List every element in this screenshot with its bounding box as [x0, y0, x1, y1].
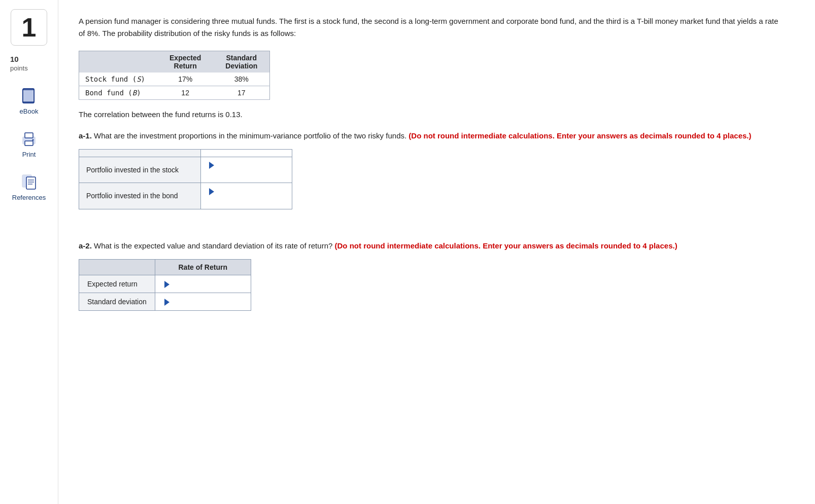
a2-col-header-rate: Rate of Return [155, 259, 251, 275]
ebook-icon [20, 87, 38, 105]
a1-row-stock: Portfolio invested in the stock [79, 157, 292, 183]
a1-answer-table: Portfolio invested in the stock Portfoli… [79, 149, 292, 209]
a1-input-stock[interactable] [208, 169, 279, 179]
a2-answer-table: Rate of Return Expected return Standard … [79, 259, 251, 311]
a2-col-header-label [79, 259, 155, 275]
fund-name-stock: Stock fund (S) [79, 73, 158, 86]
a2-input-cell-stddev [155, 293, 251, 310]
a1-input-cell-stock [201, 157, 292, 183]
references-label: References [12, 194, 46, 201]
a2-input-stddev[interactable] [172, 297, 243, 307]
points-sub: points [10, 64, 28, 72]
a2-instruction: (Do not round intermediate calculations.… [334, 241, 677, 250]
a2-label-expected: Expected return [79, 275, 155, 293]
a1-label: a-1. [79, 131, 92, 140]
svg-point-8 [32, 139, 34, 141]
a2-arrow-stddev [164, 299, 169, 306]
a2-arrow-expected [164, 281, 169, 288]
bond-std-dev: 17 [213, 86, 270, 100]
col-header-expected-return: ExpectedReturn [157, 51, 213, 73]
part-a1-section: a-1. What are the investment proportions… [79, 130, 784, 209]
col-header-std-dev: StandardDeviation [213, 51, 270, 73]
question-number-box: 1 [11, 9, 47, 46]
a2-label-stddev: Standard deviation [79, 293, 155, 310]
a2-input-cell-expected [155, 275, 251, 293]
fund-name-bond: Bond fund (B) [79, 86, 158, 100]
svg-rect-2 [24, 90, 33, 101]
question-intro: A pension fund manager is considering th… [79, 15, 784, 40]
a1-header-empty [79, 150, 201, 157]
fund-data-table: ExpectedReturn StandardDeviation Stock f… [79, 51, 270, 100]
ebook-label: eBook [20, 107, 39, 115]
question-number: 1 [22, 12, 37, 43]
print-button[interactable]: Print [6, 127, 52, 161]
a1-input-cell-bond [201, 183, 292, 209]
a2-input-expected[interactable] [172, 279, 243, 289]
correlation-text: The correlation between the fund returns… [79, 110, 784, 119]
a1-header-row [79, 150, 292, 157]
part-a2-section: a-2. What is the expected value and stan… [79, 240, 784, 311]
a1-text: What are the investment proportions in t… [94, 131, 406, 140]
references-icon [20, 173, 38, 192]
a1-arrow-bond [209, 188, 214, 195]
a1-question: a-1. What are the investment proportions… [79, 130, 784, 142]
a2-row-expected: Expected return [79, 275, 251, 293]
a2-label: a-2. [79, 241, 92, 250]
print-label: Print [22, 151, 36, 158]
bond-expected-return: 12 [157, 86, 213, 100]
a1-label-stock: Portfolio invested in the stock [79, 157, 201, 183]
a1-header-value [201, 150, 292, 157]
table-row-bond: Bond fund (B) 12 17 [79, 86, 270, 100]
a1-row-bond: Portfolio invested in the bond [79, 183, 292, 209]
svg-rect-6 [25, 133, 33, 138]
a1-instruction: (Do not round intermediate calculations.… [409, 131, 751, 140]
main-content: A pension fund manager is considering th… [58, 0, 814, 504]
col-header-fund [79, 51, 158, 73]
references-button[interactable]: References [6, 170, 52, 204]
svg-rect-7 [25, 141, 33, 146]
a2-row-stddev: Standard deviation [79, 293, 251, 310]
ebook-button[interactable]: eBook [6, 84, 52, 118]
print-icon [20, 130, 38, 149]
stock-expected-return: 17% [157, 73, 213, 86]
svg-rect-10 [26, 177, 36, 189]
table-row-stock: Stock fund (S) 17% 38% [79, 73, 270, 86]
points-label: 10 [10, 55, 19, 63]
a1-input-bond[interactable] [208, 195, 279, 205]
stock-std-dev: 38% [213, 73, 270, 86]
a1-label-bond: Portfolio invested in the bond [79, 183, 201, 209]
a1-arrow-stock [209, 162, 214, 169]
a2-question: a-2. What is the expected value and stan… [79, 240, 784, 252]
sidebar: 1 10 points eBook Print [0, 0, 58, 504]
a2-text: What is the expected value and standard … [94, 241, 332, 250]
